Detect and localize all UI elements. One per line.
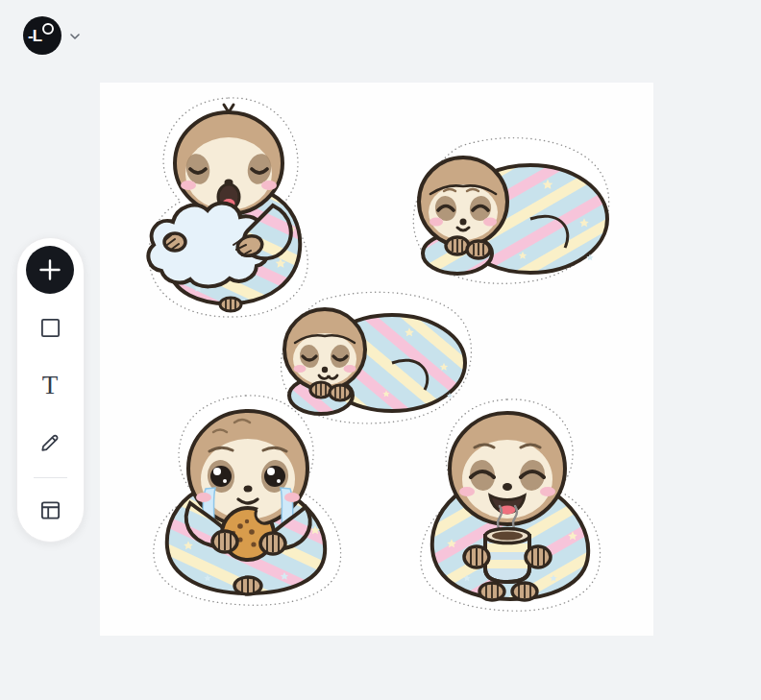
shape-tool-button[interactable]	[37, 315, 62, 340]
sloth-head	[450, 413, 565, 524]
draw-tool-button[interactable]	[37, 429, 62, 454]
text-tool-button[interactable]: T	[37, 373, 62, 398]
pencil-icon	[39, 431, 61, 453]
chevron-down-icon[interactable]	[67, 29, 83, 44]
editor-toolbar: T	[16, 237, 85, 543]
frame-icon	[39, 499, 61, 521]
square-icon	[39, 317, 61, 339]
text-icon: T	[42, 373, 59, 398]
toolbar-divider	[34, 477, 67, 478]
sticker-sloth-crying-cookie[interactable]	[138, 388, 361, 607]
sticker-sloth-smiling-lying[interactable]	[402, 131, 617, 292]
sticker-sloth-laughing-mug[interactable]	[407, 392, 613, 616]
app-background: { "page": { "background": "#f1f3f5" }, "…	[0, 0, 761, 700]
sloth-head	[284, 309, 365, 390]
logo-button[interactable]: -L	[23, 16, 61, 55]
foot	[234, 577, 261, 594]
frame-tool-button[interactable]	[37, 497, 62, 522]
add-button[interactable]	[26, 246, 74, 294]
canvas-artboard[interactable]	[100, 83, 653, 636]
paws-under-chin	[446, 237, 490, 258]
foot	[220, 298, 241, 311]
plus-icon	[38, 258, 61, 281]
sloth-head	[419, 157, 507, 246]
left-paw	[164, 233, 185, 251]
logo-ring-icon	[42, 23, 54, 35]
logo-text: -L	[28, 27, 41, 46]
